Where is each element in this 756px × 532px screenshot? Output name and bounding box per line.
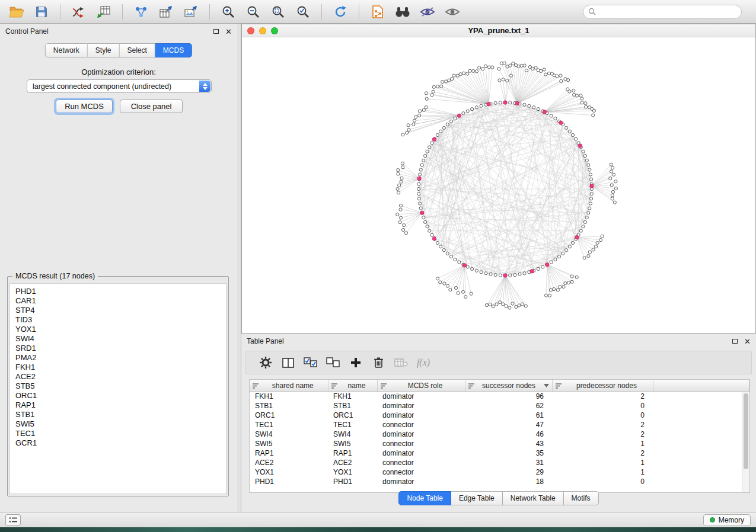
column-header-successor-nodes[interactable]: successor nodes [465, 380, 552, 392]
column-header-MCDS-role[interactable]: MCDS role [377, 380, 465, 392]
table-row[interactable]: PHD1PHD1dominator180 [250, 477, 749, 486]
table-settings-button[interactable] [254, 354, 277, 371]
mcds-result-item[interactable]: GCR1 [15, 438, 221, 448]
zoom-window-button[interactable] [271, 27, 278, 34]
zoom-out-button[interactable] [243, 3, 264, 21]
mcds-result-item[interactable]: STP4 [15, 306, 221, 315]
cell-successor-nodes: 47 [465, 420, 552, 430]
eye-slash-icon [420, 6, 435, 18]
delete-column-button[interactable] [367, 354, 390, 371]
mcds-result-item[interactable]: STB1 [15, 410, 221, 419]
import-network-button[interactable] [68, 3, 90, 21]
table-row[interactable]: SWI4SWI4dominator462 [250, 430, 749, 439]
minimize-window-button[interactable] [259, 27, 266, 34]
tab-node-table[interactable]: Node Table [398, 491, 451, 505]
table-scrollbar[interactable] [742, 392, 749, 492]
table-row[interactable]: STB1STB1dominator620 [250, 401, 749, 411]
delete-table-button[interactable] [390, 354, 412, 371]
tab-style[interactable]: Style [88, 43, 120, 57]
column-header-name[interactable]: name [328, 380, 377, 392]
table-row[interactable]: FKH1FKH1dominator962 [250, 392, 749, 401]
export-image-button[interactable] [180, 3, 202, 21]
find-button[interactable] [392, 3, 413, 21]
memory-button[interactable]: Memory [703, 514, 751, 526]
cell-predecessor-nodes: 1 [552, 467, 653, 477]
cell-predecessor-nodes: 0 [552, 401, 653, 411]
delete-table-icon [394, 358, 408, 367]
mcds-result-item[interactable]: SRD1 [15, 344, 221, 353]
table-row[interactable]: SWI5SWI5connector431 [250, 439, 749, 448]
table-tabs: Node TableEdge TableNetwork TableMotifs [241, 491, 756, 505]
close-window-button[interactable] [247, 27, 254, 34]
mcds-result-item[interactable]: CAR1 [15, 296, 221, 306]
float-table-panel-button[interactable] [732, 339, 738, 344]
mcds-result-item[interactable]: PHD1 [15, 287, 221, 296]
open-session-button[interactable] [6, 3, 27, 21]
search-input[interactable] [599, 8, 736, 16]
mcds-result-item[interactable]: TEC1 [15, 429, 221, 438]
new-network-button[interactable] [130, 3, 152, 21]
tab-mcds[interactable]: MCDS [155, 43, 192, 57]
column-header-shared-name[interactable]: shared name [250, 380, 328, 392]
tab-network-table[interactable]: Network Table [503, 491, 564, 505]
show-column-panel-button[interactable] [277, 354, 299, 371]
mcds-result-item[interactable]: STB5 [15, 382, 221, 391]
cell-shared-name: SWI5 [250, 439, 328, 448]
tab-motifs[interactable]: Motifs [564, 491, 599, 505]
show-details-button[interactable] [442, 3, 463, 21]
scrollbar-thumb[interactable] [744, 393, 748, 469]
close-panel-button[interactable]: Close panel [120, 100, 183, 113]
table-row[interactable]: RAP1RAP1dominator352 [250, 448, 749, 458]
mcds-result-item[interactable]: SWI5 [15, 419, 221, 429]
cell-mcds-role: connector [377, 458, 465, 467]
table-row[interactable]: YOX1YOX1connector291 [250, 467, 749, 477]
zoom-in-button[interactable] [218, 3, 239, 21]
cell-mcds-role: connector [377, 439, 465, 448]
mcds-result-item[interactable]: ACE2 [15, 372, 221, 382]
mcds-result-item[interactable]: TID3 [15, 315, 221, 325]
mcds-result-item[interactable]: FKH1 [15, 363, 221, 372]
cell-mcds-role: connector [377, 420, 465, 430]
deselect-all-columns-button[interactable] [322, 354, 344, 371]
panel-menu-button[interactable] [5, 514, 21, 525]
create-column-button[interactable] [344, 354, 367, 371]
table-row[interactable]: ACE2ACE2connector311 [250, 458, 749, 467]
save-session-button[interactable] [31, 3, 52, 21]
select-all-columns-button[interactable] [299, 354, 322, 371]
mcds-result-item[interactable]: ORC1 [15, 391, 221, 400]
clone-network-button[interactable] [367, 3, 388, 21]
import-table-button[interactable] [93, 3, 114, 21]
column-header-predecessor-nodes[interactable]: predecessor nodes [552, 380, 653, 392]
optimization-criterion-select[interactable]: largest connected component (undirected) [27, 79, 212, 93]
tab-edge-table[interactable]: Edge Table [451, 491, 503, 505]
mcds-result-item[interactable]: RAP1 [15, 400, 221, 410]
table-row[interactable]: ORC1ORC1dominator610 [250, 411, 749, 420]
close-panel-icon[interactable]: ✕ [225, 28, 232, 36]
zoom-selected-button[interactable] [292, 3, 314, 21]
cell-mcds-role: dominator [377, 430, 465, 439]
search-icon [588, 8, 596, 15]
cell-shared-name: YOX1 [250, 467, 328, 477]
mcds-result-item[interactable]: PMA2 [15, 353, 221, 363]
close-table-panel-icon[interactable]: ✕ [744, 338, 751, 345]
mcds-result-item[interactable]: YOX1 [15, 325, 221, 334]
network-canvas[interactable] [242, 37, 755, 333]
export-table-button[interactable] [155, 3, 177, 21]
column-sort-icon [331, 383, 337, 389]
zoom-fit-icon [271, 5, 285, 19]
mcds-result-item[interactable]: SWI4 [15, 334, 221, 344]
panel-splitter[interactable] [237, 24, 241, 512]
control-panel-tabs: NetworkStyleSelectMCDS [45, 43, 192, 57]
table-row[interactable]: TEC1TEC1connector472 [250, 420, 749, 430]
cell-successor-nodes: 46 [465, 430, 552, 439]
float-panel-button[interactable] [213, 29, 219, 34]
run-mcds-button[interactable]: Run MCDS [56, 100, 113, 113]
tab-select[interactable]: Select [120, 43, 155, 57]
zoom-fit-button[interactable] [267, 3, 289, 21]
style-preview-button[interactable] [417, 3, 438, 21]
refresh-layout-button[interactable] [330, 3, 351, 21]
function-builder-button[interactable]: f(x) [412, 354, 435, 371]
tab-network[interactable]: Network [45, 43, 88, 57]
network-window-titlebar: YPA_prune.txt_1 [242, 24, 755, 37]
sort-caret-icon [544, 384, 549, 387]
